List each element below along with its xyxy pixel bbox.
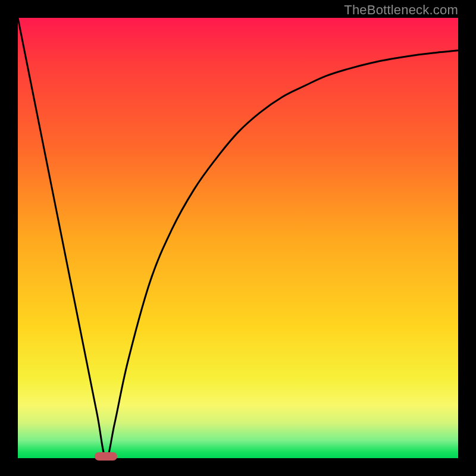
bottleneck-marker xyxy=(95,452,117,461)
bottleneck-curve xyxy=(18,18,458,458)
curve-svg xyxy=(18,18,458,458)
plot-area xyxy=(18,18,458,458)
chart-frame: TheBottleneck.com xyxy=(0,0,476,476)
watermark-text: TheBottleneck.com xyxy=(344,2,458,18)
